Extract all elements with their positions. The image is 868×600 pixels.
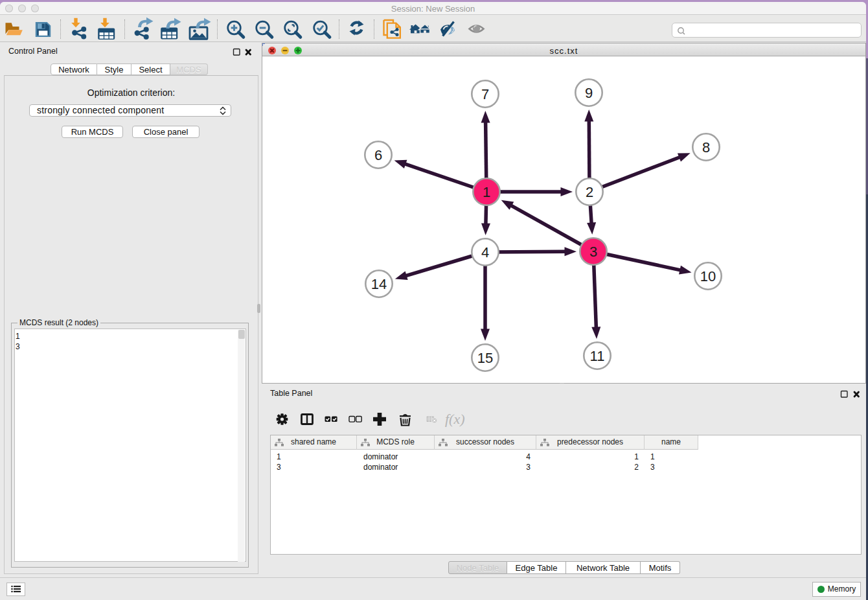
svg-text:11: 11: [590, 348, 605, 364]
svg-text:1: 1: [483, 184, 490, 200]
svg-text:6: 6: [374, 147, 382, 163]
svg-text:7: 7: [481, 86, 489, 102]
svg-text:2: 2: [586, 184, 593, 200]
svg-text:10: 10: [700, 268, 716, 284]
svg-text:4: 4: [481, 244, 489, 260]
svg-text:8: 8: [702, 139, 710, 156]
svg-text:3: 3: [589, 244, 597, 260]
svg-text:f(x): f(x): [445, 411, 465, 427]
svg-text:14: 14: [371, 276, 387, 292]
svg-text:15: 15: [477, 350, 493, 366]
svg-text:9: 9: [585, 85, 593, 101]
